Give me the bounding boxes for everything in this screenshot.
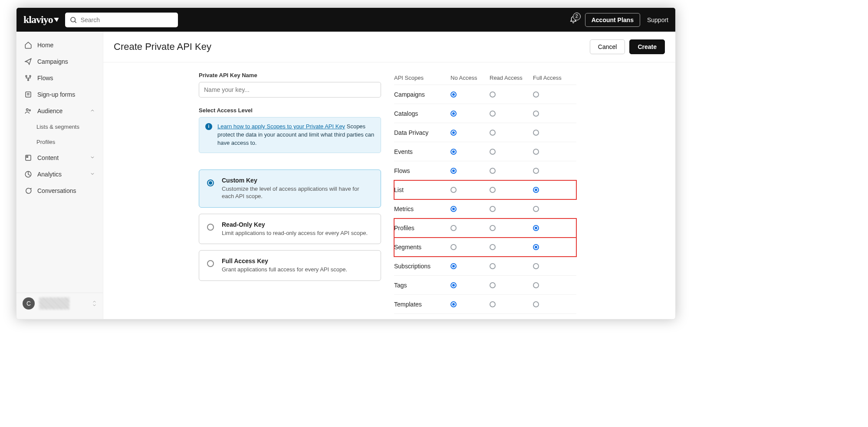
scope-radio[interactable]	[490, 168, 496, 174]
scope-radio[interactable]	[450, 301, 457, 307]
scope-name: Flows	[394, 167, 450, 174]
access-level-custom-key[interactable]: Custom Key Customize the level of access…	[199, 169, 381, 208]
scope-radio[interactable]	[533, 282, 539, 288]
sidebar-item-label: Audience	[37, 108, 62, 114]
chevron-down-icon	[90, 154, 95, 161]
radio-icon	[207, 224, 214, 231]
scope-radio[interactable]	[450, 168, 457, 174]
svg-point-2	[26, 75, 27, 77]
sidebar-item-label: Analytics	[37, 171, 62, 178]
scope-radio[interactable]	[490, 111, 496, 117]
form-icon	[24, 91, 32, 98]
svg-point-9	[29, 110, 30, 111]
scope-name: Metrics	[394, 205, 450, 212]
access-level-full-access-key[interactable]: Full Access Key Grant applications full …	[199, 250, 381, 281]
svg-line-1	[75, 21, 76, 23]
key-name-input[interactable]	[199, 82, 381, 98]
scope-radio[interactable]	[450, 206, 457, 212]
cancel-button[interactable]: Cancel	[590, 39, 625, 54]
scope-radio[interactable]	[490, 244, 496, 250]
sidebar-item-conversations[interactable]: Conversations	[16, 183, 103, 199]
scope-name: Campaigns	[394, 91, 450, 98]
conversations-icon	[24, 187, 32, 195]
support-link[interactable]: Support	[647, 16, 668, 23]
scope-radio[interactable]	[533, 244, 539, 250]
sidebar-item-label: Flows	[37, 75, 53, 81]
svg-point-4	[28, 79, 29, 81]
scope-name: Events	[394, 148, 450, 155]
sidebar: Home Campaigns Flows Sign-up forms Audie…	[16, 32, 103, 319]
main: Create Private API Key Cancel Create Pri…	[103, 32, 675, 319]
scope-radio[interactable]	[450, 244, 457, 250]
key-name-label: Private API Key Name	[199, 72, 381, 78]
scope-radio[interactable]	[450, 263, 457, 269]
access-level-desc: Customize the level of access applicatio…	[222, 185, 373, 200]
home-icon	[24, 41, 32, 49]
sidebar-footer[interactable]: C	[16, 293, 103, 314]
scope-radio[interactable]	[450, 282, 457, 288]
scope-radio[interactable]	[490, 130, 496, 136]
scope-radio[interactable]	[490, 225, 496, 231]
scope-row-subscriptions: Subscriptions	[394, 257, 576, 276]
scope-radio[interactable]	[450, 149, 457, 155]
access-level-read-only-key[interactable]: Read-Only Key Limit applications to read…	[199, 214, 381, 244]
info-link[interactable]: Learn how to apply Scopes to your Privat…	[217, 123, 345, 130]
sidebar-item-profiles[interactable]: Profiles	[16, 134, 103, 150]
radio-icon	[207, 179, 214, 186]
scope-radio[interactable]	[490, 91, 496, 98]
scope-radio[interactable]	[533, 301, 539, 307]
scope-radio[interactable]	[533, 225, 539, 231]
scope-radio[interactable]	[490, 282, 496, 288]
avatar: C	[23, 297, 35, 310]
sidebar-item-flows[interactable]: Flows	[16, 70, 103, 86]
scope-radio[interactable]	[533, 263, 539, 269]
radio-icon	[207, 260, 214, 267]
scope-radio[interactable]	[533, 168, 539, 174]
create-button[interactable]: Create	[629, 39, 665, 54]
col-read-access: Read Access	[490, 75, 533, 81]
sidebar-item-home[interactable]: Home	[16, 37, 103, 53]
sidebar-item-lists-segments[interactable]: Lists & segments	[16, 119, 103, 134]
scope-radio[interactable]	[533, 149, 539, 155]
sidebar-item-audience[interactable]: Audience	[16, 103, 103, 119]
scope-radio[interactable]	[450, 187, 457, 193]
scope-radio[interactable]	[490, 263, 496, 269]
scope-name: Templates	[394, 301, 450, 308]
scope-radio[interactable]	[450, 91, 457, 98]
sidebar-item-content[interactable]: Content	[16, 150, 103, 166]
flows-icon	[24, 74, 32, 82]
sidebar-item-analytics[interactable]: Analytics	[16, 166, 103, 183]
scope-radio[interactable]	[533, 187, 539, 193]
scope-row-catalogs: Catalogs	[394, 104, 576, 123]
scope-radio[interactable]	[533, 111, 539, 117]
scope-radio[interactable]	[533, 130, 539, 136]
scope-radio[interactable]	[450, 130, 457, 136]
sidebar-item-label: Campaigns	[37, 58, 68, 65]
sidebar-item-campaigns[interactable]: Campaigns	[16, 53, 103, 70]
scope-radio[interactable]	[533, 206, 539, 212]
logo-text: klaviyo	[23, 14, 53, 26]
search-input[interactable]	[81, 16, 174, 23]
account-plans-button[interactable]: Account Plans	[585, 13, 640, 27]
scope-radio[interactable]	[450, 225, 457, 231]
sidebar-item-signup-forms[interactable]: Sign-up forms	[16, 86, 103, 103]
search-icon	[69, 16, 77, 24]
search-box[interactable]	[65, 13, 178, 27]
sidebar-item-label: Content	[37, 154, 59, 161]
send-icon	[24, 58, 32, 65]
content-icon	[24, 154, 32, 162]
account-name-redacted	[39, 297, 69, 310]
scope-radio[interactable]	[533, 91, 539, 98]
scope-radio[interactable]	[490, 149, 496, 155]
scope-radio[interactable]	[490, 301, 496, 307]
scope-radio[interactable]	[450, 111, 457, 117]
col-full-access: Full Access	[533, 75, 576, 81]
scope-row-list: List	[394, 180, 576, 199]
scope-radio[interactable]	[490, 206, 496, 212]
updown-icon	[92, 300, 97, 307]
scope-radio[interactable]	[490, 187, 496, 193]
notifications-button[interactable]: 2	[569, 15, 578, 25]
chevron-down-icon	[90, 171, 95, 178]
access-level-label: Select Access Level	[199, 107, 381, 114]
scope-name: Profiles	[394, 225, 450, 231]
